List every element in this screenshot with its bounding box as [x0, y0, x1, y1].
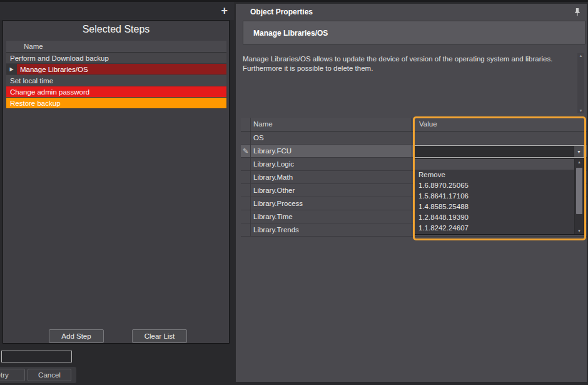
property-name: OS	[251, 131, 412, 144]
dropdown-item[interactable]: 1.4.8585.25488	[415, 202, 574, 212]
description-text: Manage Libraries/OS allows to update the…	[243, 54, 576, 73]
property-name: Library.Process	[251, 197, 412, 210]
value-dropdown: Remove1.6.8970.250651.5.8641.171061.4.85…	[414, 158, 584, 235]
current-row-arrow-icon: ▶	[6, 64, 17, 74]
column-header-value: Value	[412, 118, 587, 131]
bottom-text-input[interactable]	[1, 351, 72, 362]
property-row[interactable]: OS	[241, 131, 587, 145]
scroll-up-icon[interactable]: ▲	[577, 54, 584, 58]
combobox-value	[415, 146, 574, 157]
row-gutter	[241, 158, 251, 170]
section-title: Manage Libraries/OS	[253, 29, 328, 38]
grid-gutter-header	[241, 118, 251, 131]
selected-steps-table: Name Perform and Download backup▶Manage …	[6, 41, 226, 109]
cancel-button[interactable]: Cancel	[28, 369, 71, 381]
value-combobox[interactable]: ▼	[414, 145, 584, 158]
property-name: Library.Trends	[251, 223, 412, 236]
row-gutter	[241, 131, 251, 144]
chevron-down-icon[interactable]: ▼	[574, 146, 584, 157]
scroll-up-icon[interactable]: ▲	[575, 160, 584, 164]
object-properties-title: Object Properties	[250, 8, 313, 16]
scroll-down-icon[interactable]: ▼	[575, 229, 584, 233]
description-scrollbar[interactable]: ▲ ▼	[577, 53, 584, 113]
pin-icon[interactable]	[573, 8, 582, 16]
property-name: Library.Math	[251, 171, 412, 183]
pencil-icon: ✎	[241, 145, 251, 157]
section-header: Manage Libraries/OS	[243, 21, 585, 44]
step-row[interactable]: Perform and Download backup	[6, 53, 226, 64]
property-name: Library.Other	[251, 184, 412, 197]
dropdown-item[interactable]: 1.5.8641.17106	[415, 191, 574, 202]
dropdown-item[interactable]	[415, 159, 574, 170]
row-gutter	[241, 210, 251, 223]
row-gutter	[241, 184, 251, 197]
step-row[interactable]: Restore backup	[6, 98, 226, 109]
row-gutter	[241, 197, 251, 210]
scrollbar-thumb[interactable]	[576, 168, 582, 214]
step-label: Restore backup	[6, 100, 61, 107]
dropdown-item[interactable]: 1.6.8970.25065	[415, 180, 574, 191]
property-name: Library.FCU	[251, 145, 412, 157]
selected-steps-title: Selected Steps	[3, 21, 229, 37]
selected-steps-panel: Selected Steps Name Perform and Download…	[3, 20, 230, 344]
dropdown-items: Remove1.6.8970.250651.5.8641.171061.4.85…	[415, 159, 574, 234]
object-properties-panel: Object Properties Manage Libraries/OS Ma…	[236, 4, 587, 382]
clear-list-button[interactable]: Clear List	[132, 329, 187, 343]
property-value[interactable]	[412, 131, 587, 144]
step-label: Perform and Download backup	[6, 54, 109, 62]
dropdown-scrollbar[interactable]: ▲ ▼	[574, 159, 584, 234]
object-properties-header: Object Properties	[236, 4, 587, 20]
property-name: Library.Time	[251, 210, 412, 223]
column-header-name: Name	[6, 41, 226, 53]
dropdown-item[interactable]: Remove	[415, 170, 574, 180]
plus-icon[interactable]: +	[221, 4, 228, 18]
add-step-button[interactable]: Add Step	[49, 329, 104, 343]
step-row[interactable]: Set local time	[6, 75, 226, 86]
step-label: Set local time	[6, 77, 53, 85]
scroll-down-icon[interactable]: ▼	[577, 109, 584, 113]
property-name: Library.Logic	[251, 158, 412, 170]
step-label: Change admin password	[6, 88, 89, 96]
row-gutter	[241, 171, 251, 183]
dropdown-item[interactable]: 1.2.8448.19390	[415, 212, 574, 223]
dropdown-item[interactable]: 1.1.8242.24607	[415, 223, 574, 234]
retry-button[interactable]: Retry	[0, 369, 25, 381]
column-header-name: Name	[251, 118, 412, 131]
steps-table-body: Perform and Download backup▶Manage Libra…	[6, 53, 226, 109]
step-row[interactable]: Change admin password	[6, 86, 226, 98]
row-gutter	[241, 223, 251, 236]
step-row[interactable]: ▶Manage Libraries/OS	[6, 64, 226, 75]
step-label: Manage Libraries/OS	[17, 66, 88, 73]
left-toolbar: +	[0, 2, 234, 20]
grid-header-row: Name Value	[241, 118, 587, 131]
